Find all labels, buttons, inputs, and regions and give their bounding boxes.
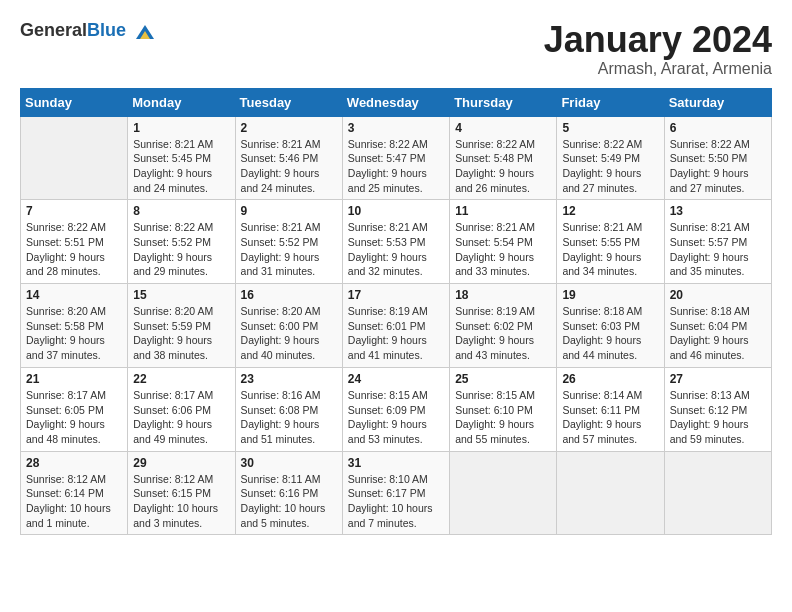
logo: GeneralBlue	[20, 20, 156, 43]
calendar-cell: 30Sunrise: 8:11 AMSunset: 6:16 PMDayligh…	[235, 451, 342, 535]
day-number: 24	[348, 372, 444, 386]
day-number: 21	[26, 372, 122, 386]
day-number: 1	[133, 121, 229, 135]
day-number: 22	[133, 372, 229, 386]
calendar-cell: 11Sunrise: 8:21 AMSunset: 5:54 PMDayligh…	[450, 200, 557, 284]
month-title: January 2024	[544, 20, 772, 60]
weekday-header: Wednesday	[342, 88, 449, 116]
calendar-cell	[557, 451, 664, 535]
calendar-cell	[450, 451, 557, 535]
day-info: Sunrise: 8:13 AMSunset: 6:12 PMDaylight:…	[670, 388, 766, 447]
day-info: Sunrise: 8:15 AMSunset: 6:09 PMDaylight:…	[348, 388, 444, 447]
calendar-cell: 29Sunrise: 8:12 AMSunset: 6:15 PMDayligh…	[128, 451, 235, 535]
day-info: Sunrise: 8:16 AMSunset: 6:08 PMDaylight:…	[241, 388, 337, 447]
page-header: GeneralBlue January 2024 Armash, Ararat,…	[20, 20, 772, 78]
day-info: Sunrise: 8:18 AMSunset: 6:04 PMDaylight:…	[670, 304, 766, 363]
calendar-cell: 28Sunrise: 8:12 AMSunset: 6:14 PMDayligh…	[21, 451, 128, 535]
day-info: Sunrise: 8:10 AMSunset: 6:17 PMDaylight:…	[348, 472, 444, 531]
calendar-cell: 8Sunrise: 8:22 AMSunset: 5:52 PMDaylight…	[128, 200, 235, 284]
weekday-header: Monday	[128, 88, 235, 116]
day-number: 19	[562, 288, 658, 302]
day-number: 6	[670, 121, 766, 135]
day-number: 13	[670, 204, 766, 218]
calendar-cell: 26Sunrise: 8:14 AMSunset: 6:11 PMDayligh…	[557, 367, 664, 451]
day-number: 27	[670, 372, 766, 386]
calendar-cell: 19Sunrise: 8:18 AMSunset: 6:03 PMDayligh…	[557, 284, 664, 368]
calendar-cell: 4Sunrise: 8:22 AMSunset: 5:48 PMDaylight…	[450, 116, 557, 200]
calendar-cell: 15Sunrise: 8:20 AMSunset: 5:59 PMDayligh…	[128, 284, 235, 368]
weekday-header: Thursday	[450, 88, 557, 116]
day-number: 17	[348, 288, 444, 302]
calendar-week-row: 28Sunrise: 8:12 AMSunset: 6:14 PMDayligh…	[21, 451, 772, 535]
calendar-cell: 20Sunrise: 8:18 AMSunset: 6:04 PMDayligh…	[664, 284, 771, 368]
day-number: 15	[133, 288, 229, 302]
calendar-cell: 5Sunrise: 8:22 AMSunset: 5:49 PMDaylight…	[557, 116, 664, 200]
day-info: Sunrise: 8:22 AMSunset: 5:52 PMDaylight:…	[133, 220, 229, 279]
calendar-cell: 2Sunrise: 8:21 AMSunset: 5:46 PMDaylight…	[235, 116, 342, 200]
logo-general: General	[20, 20, 87, 40]
day-number: 8	[133, 204, 229, 218]
day-number: 3	[348, 121, 444, 135]
day-info: Sunrise: 8:21 AMSunset: 5:52 PMDaylight:…	[241, 220, 337, 279]
day-info: Sunrise: 8:18 AMSunset: 6:03 PMDaylight:…	[562, 304, 658, 363]
day-number: 5	[562, 121, 658, 135]
day-info: Sunrise: 8:20 AMSunset: 6:00 PMDaylight:…	[241, 304, 337, 363]
day-info: Sunrise: 8:21 AMSunset: 5:46 PMDaylight:…	[241, 137, 337, 196]
weekday-header: Saturday	[664, 88, 771, 116]
day-info: Sunrise: 8:15 AMSunset: 6:10 PMDaylight:…	[455, 388, 551, 447]
day-info: Sunrise: 8:20 AMSunset: 5:59 PMDaylight:…	[133, 304, 229, 363]
weekday-header: Sunday	[21, 88, 128, 116]
calendar-cell: 13Sunrise: 8:21 AMSunset: 5:57 PMDayligh…	[664, 200, 771, 284]
day-info: Sunrise: 8:22 AMSunset: 5:49 PMDaylight:…	[562, 137, 658, 196]
location-title: Armash, Ararat, Armenia	[544, 60, 772, 78]
day-number: 28	[26, 456, 122, 470]
day-info: Sunrise: 8:21 AMSunset: 5:45 PMDaylight:…	[133, 137, 229, 196]
calendar-cell: 21Sunrise: 8:17 AMSunset: 6:05 PMDayligh…	[21, 367, 128, 451]
calendar-cell: 31Sunrise: 8:10 AMSunset: 6:17 PMDayligh…	[342, 451, 449, 535]
day-info: Sunrise: 8:19 AMSunset: 6:01 PMDaylight:…	[348, 304, 444, 363]
day-info: Sunrise: 8:21 AMSunset: 5:54 PMDaylight:…	[455, 220, 551, 279]
calendar-cell: 6Sunrise: 8:22 AMSunset: 5:50 PMDaylight…	[664, 116, 771, 200]
day-info: Sunrise: 8:22 AMSunset: 5:50 PMDaylight:…	[670, 137, 766, 196]
calendar-cell: 23Sunrise: 8:16 AMSunset: 6:08 PMDayligh…	[235, 367, 342, 451]
calendar-cell: 16Sunrise: 8:20 AMSunset: 6:00 PMDayligh…	[235, 284, 342, 368]
weekday-header: Friday	[557, 88, 664, 116]
day-info: Sunrise: 8:21 AMSunset: 5:55 PMDaylight:…	[562, 220, 658, 279]
calendar-cell: 25Sunrise: 8:15 AMSunset: 6:10 PMDayligh…	[450, 367, 557, 451]
calendar-cell: 18Sunrise: 8:19 AMSunset: 6:02 PMDayligh…	[450, 284, 557, 368]
calendar-cell: 9Sunrise: 8:21 AMSunset: 5:52 PMDaylight…	[235, 200, 342, 284]
day-number: 25	[455, 372, 551, 386]
weekday-header: Tuesday	[235, 88, 342, 116]
day-number: 10	[348, 204, 444, 218]
calendar-cell: 12Sunrise: 8:21 AMSunset: 5:55 PMDayligh…	[557, 200, 664, 284]
day-number: 2	[241, 121, 337, 135]
calendar-cell: 14Sunrise: 8:20 AMSunset: 5:58 PMDayligh…	[21, 284, 128, 368]
calendar-table: SundayMondayTuesdayWednesdayThursdayFrid…	[20, 88, 772, 536]
day-info: Sunrise: 8:14 AMSunset: 6:11 PMDaylight:…	[562, 388, 658, 447]
day-number: 26	[562, 372, 658, 386]
day-info: Sunrise: 8:12 AMSunset: 6:14 PMDaylight:…	[26, 472, 122, 531]
day-info: Sunrise: 8:20 AMSunset: 5:58 PMDaylight:…	[26, 304, 122, 363]
logo-icon	[134, 21, 156, 43]
day-info: Sunrise: 8:22 AMSunset: 5:51 PMDaylight:…	[26, 220, 122, 279]
day-info: Sunrise: 8:22 AMSunset: 5:48 PMDaylight:…	[455, 137, 551, 196]
calendar-cell: 24Sunrise: 8:15 AMSunset: 6:09 PMDayligh…	[342, 367, 449, 451]
calendar-week-row: 21Sunrise: 8:17 AMSunset: 6:05 PMDayligh…	[21, 367, 772, 451]
logo-blue: Blue	[87, 20, 126, 40]
day-number: 4	[455, 121, 551, 135]
calendar-cell: 17Sunrise: 8:19 AMSunset: 6:01 PMDayligh…	[342, 284, 449, 368]
calendar-cell: 22Sunrise: 8:17 AMSunset: 6:06 PMDayligh…	[128, 367, 235, 451]
calendar-week-row: 7Sunrise: 8:22 AMSunset: 5:51 PMDaylight…	[21, 200, 772, 284]
day-number: 31	[348, 456, 444, 470]
day-info: Sunrise: 8:19 AMSunset: 6:02 PMDaylight:…	[455, 304, 551, 363]
day-number: 23	[241, 372, 337, 386]
day-info: Sunrise: 8:21 AMSunset: 5:53 PMDaylight:…	[348, 220, 444, 279]
day-info: Sunrise: 8:22 AMSunset: 5:47 PMDaylight:…	[348, 137, 444, 196]
day-number: 18	[455, 288, 551, 302]
title-block: January 2024 Armash, Ararat, Armenia	[544, 20, 772, 78]
day-number: 29	[133, 456, 229, 470]
day-number: 9	[241, 204, 337, 218]
day-info: Sunrise: 8:17 AMSunset: 6:06 PMDaylight:…	[133, 388, 229, 447]
calendar-cell	[21, 116, 128, 200]
day-number: 30	[241, 456, 337, 470]
